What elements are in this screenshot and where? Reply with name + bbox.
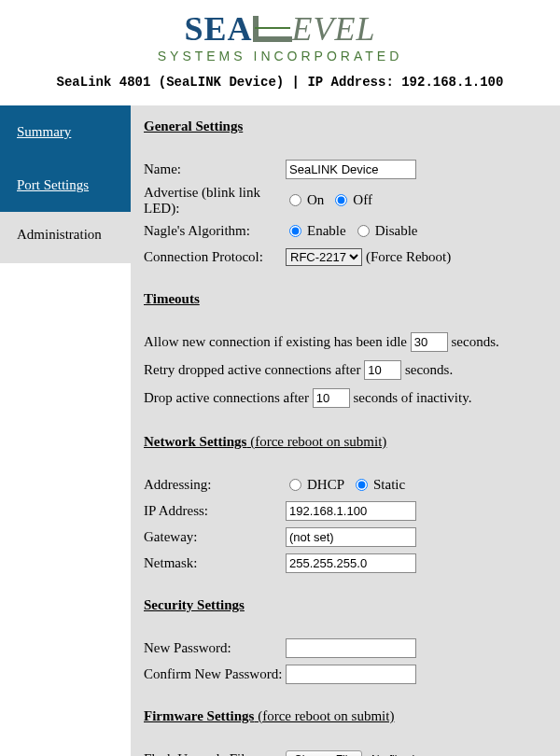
gateway-input[interactable]: [286, 527, 416, 547]
section-network-title: Network Settings (force reboot on submit…: [144, 434, 551, 450]
idle-input[interactable]: [411, 332, 448, 352]
confirmpw-label: Confirm New Password:: [144, 666, 286, 682]
nagle-enable-label: Enable: [307, 223, 346, 239]
idle-pre: Allow new connection if existing has bee…: [144, 334, 407, 349]
drop-input[interactable]: [313, 388, 350, 408]
device-info-line: SeaLink 4801 (SeaLINK Device) | IP Addre…: [0, 67, 560, 101]
protocol-hint: (Force Reboot): [366, 249, 451, 265]
page-header: SEAEVEL SYSTEMS INCORPORATED SeaLink 480…: [0, 0, 560, 105]
sidebar-item-port-settings[interactable]: Port Settings: [0, 159, 131, 212]
section-timeouts-title: Timeouts: [144, 291, 551, 307]
retry-post: seconds.: [405, 362, 453, 377]
newpw-input[interactable]: [286, 638, 416, 658]
nagle-label: Nagle's Algorithm:: [144, 223, 286, 239]
netmask-label: Netmask:: [144, 555, 286, 571]
ip-input[interactable]: [286, 501, 416, 521]
gateway-label: Gateway:: [144, 529, 286, 545]
advertise-on-label: On: [307, 192, 324, 208]
advertise-off-radio[interactable]: [335, 194, 347, 206]
retry-pre: Retry dropped active connections after: [144, 362, 360, 377]
static-radio[interactable]: [356, 479, 368, 491]
advertise-label: Advertise (blink link LED):: [144, 185, 286, 217]
addressing-label: Addressing:: [144, 477, 286, 493]
ip-label: IP Address:: [144, 503, 286, 519]
confirmpw-input[interactable]: [286, 665, 416, 684]
nagle-disable-label: Disable: [375, 223, 418, 239]
advertise-on-radio[interactable]: [289, 194, 301, 206]
advertise-off-label: Off: [353, 192, 372, 208]
svg-rect-2: [255, 27, 290, 29]
section-firmware-title: Firmware Settings (force reboot on submi…: [144, 708, 551, 724]
logo-part-evel: EVEL: [292, 10, 376, 48]
logo-part-sea: SEA: [184, 10, 252, 48]
newpw-label: New Password:: [144, 640, 286, 656]
dhcp-label: DHCP: [307, 477, 344, 493]
idle-post: seconds.: [452, 334, 499, 349]
static-label: Static: [373, 477, 405, 493]
drop-pre: Drop active connections after: [144, 390, 309, 405]
retry-input[interactable]: [364, 360, 401, 380]
logo: SEAEVEL SYSTEMS INCORPORATED: [0, 9, 560, 63]
content-area: General Settings Name: Advertise (blink …: [131, 105, 560, 756]
main-layout: Summary Port Settings Administration Gen…: [0, 105, 560, 756]
drop-post: seconds of inactivity.: [354, 390, 472, 405]
name-input[interactable]: [286, 160, 416, 179]
svg-rect-1: [253, 36, 292, 42]
protocol-select[interactable]: RFC-2217: [286, 248, 362, 266]
sidebar: Summary Port Settings Administration: [0, 105, 131, 756]
network-hint: (force reboot on submit): [246, 434, 386, 449]
sidebar-item-summary[interactable]: Summary: [0, 105, 131, 159]
section-general-title: General Settings: [144, 119, 551, 134]
logo-l-icon: [253, 13, 292, 52]
sidebar-item-administration[interactable]: Administration: [0, 212, 131, 263]
choose-file-button[interactable]: Choose File: [286, 750, 362, 756]
protocol-label: Connection Protocol:: [144, 249, 286, 265]
firmware-hint: (force reboot on submit): [254, 708, 394, 723]
section-security-title: Security Settings: [144, 597, 551, 613]
flash-label: Flash Upgrade File:: [144, 751, 286, 756]
dhcp-radio[interactable]: [289, 479, 301, 491]
logo-wordmark: SEAEVEL: [0, 9, 560, 52]
nagle-disable-radio[interactable]: [357, 225, 370, 237]
logo-tagline: SYSTEMS INCORPORATED: [0, 49, 560, 63]
netmask-input[interactable]: [286, 553, 416, 573]
name-label: Name:: [144, 161, 286, 177]
nagle-enable-radio[interactable]: [289, 225, 301, 237]
